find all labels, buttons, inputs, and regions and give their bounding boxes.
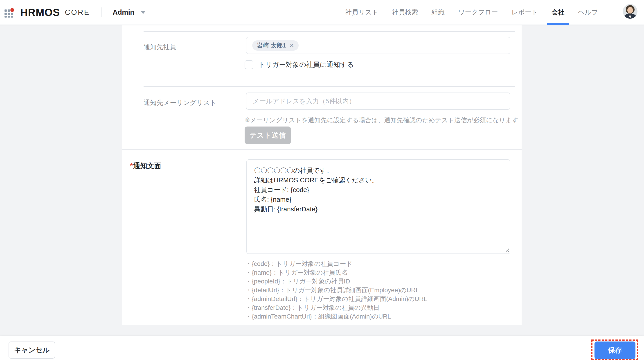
main-nav: 社員リスト 社員検索 組織 ワークフロー レポート 会社 ヘルプ [346, 0, 598, 25]
notify-trigger-checkbox-label: トリガー対象の社員に通知する [258, 60, 354, 69]
legend-line: ・{code}：トリガー対象の社員コード [246, 259, 427, 268]
notification-body-label: *通知文面 [130, 161, 161, 171]
notify-trigger-checkbox[interactable] [244, 60, 253, 69]
brand-name: HRMOS [20, 6, 60, 19]
employee-chip: 岩崎 太郎1 ✕ [252, 40, 298, 51]
nav-item-workflow[interactable]: ワークフロー [458, 0, 498, 25]
app-header: HRMOS CORE Admin 社員リスト 社員検索 組織 ワークフロー レポ… [0, 0, 644, 25]
footer-action-bar: キャンセル 保存 [0, 336, 644, 362]
nav-item-employee-search[interactable]: 社員検索 [392, 0, 418, 25]
hrmos-grid-logo-icon [4, 8, 14, 17]
workspace-label: Admin [113, 8, 134, 17]
row-divider [144, 86, 515, 87]
notify-employee-label: 通知先社員 [144, 43, 176, 52]
screen: HRMOS CORE Admin 社員リスト 社員検索 組織 ワークフロー レポ… [0, 0, 644, 362]
legend-line: ・{adminTeamChartUrl}：組織図画面(Admin)のURL [246, 312, 427, 321]
workspace-dropdown[interactable]: Admin [113, 8, 146, 17]
legend-line: ・{adminDetailUrl}：トリガー対象の社員詳細画面(Admin)のU… [246, 294, 427, 303]
nav-item-report[interactable]: レポート [512, 0, 538, 25]
notify-employee-input[interactable]: 岩崎 太郎1 ✕ [246, 37, 510, 54]
nav-item-employee-list[interactable]: 社員リスト [346, 0, 378, 25]
header-divider [101, 8, 102, 17]
legend-line: ・{peopleId}：トリガー対象の社員ID [246, 277, 427, 286]
notification-settings-panel: 通知先社員 岩崎 太郎1 ✕ トリガー対象の社員に通知する ※ログイン用のメール… [122, 25, 522, 325]
required-mark: * [130, 162, 133, 170]
chevron-down-icon [141, 11, 146, 14]
chip-remove-icon[interactable]: ✕ [289, 42, 294, 49]
notification-body-textarea[interactable]: 〇〇〇〇〇〇の社員です。 詳細はHRMOS COREをご確認ください。 社員コー… [246, 159, 510, 254]
resize-handle-icon[interactable] [505, 248, 509, 252]
cancel-button[interactable]: キャンセル [8, 341, 55, 359]
brand: HRMOS CORE Admin [4, 0, 146, 25]
row-divider [144, 31, 515, 32]
nav-item-help[interactable]: ヘルプ [578, 0, 598, 25]
mailing-list-note: ※メーリングリストを通知先に設定する場合は、通知先確認のためテスト送信が必須にな… [245, 116, 518, 125]
save-button[interactable]: 保存 [594, 341, 636, 359]
employee-chip-label: 岩崎 太郎1 [257, 42, 286, 50]
nav-item-company[interactable]: 会社 [552, 0, 564, 25]
user-avatar[interactable] [623, 4, 638, 19]
mailing-list-input[interactable] [246, 93, 510, 110]
legend-line: ・{transferDate}：トリガー対象の社員の異動日 [246, 303, 427, 312]
test-send-button[interactable]: テスト送信 [244, 127, 291, 144]
section-divider [122, 149, 522, 150]
placeholder-legend: ・{code}：トリガー対象の社員コード ・{name}：トリガー対象の社員氏名… [246, 259, 427, 321]
nav-item-organization[interactable]: 組織 [432, 0, 445, 25]
avatar-face [627, 7, 633, 14]
notify-trigger-checkbox-row: トリガー対象の社員に通知する [244, 60, 354, 69]
mailing-list-label: 通知先メーリングリスト [144, 98, 216, 107]
legend-line: ・{detailUrl}：トリガー対象の社員詳細画面(Employee)のURL [246, 286, 427, 294]
legend-line: ・{name}：トリガー対象の社員氏名 [246, 268, 427, 277]
brand-product: CORE [65, 8, 90, 17]
notification-body-label-text: 通知文面 [133, 162, 161, 170]
